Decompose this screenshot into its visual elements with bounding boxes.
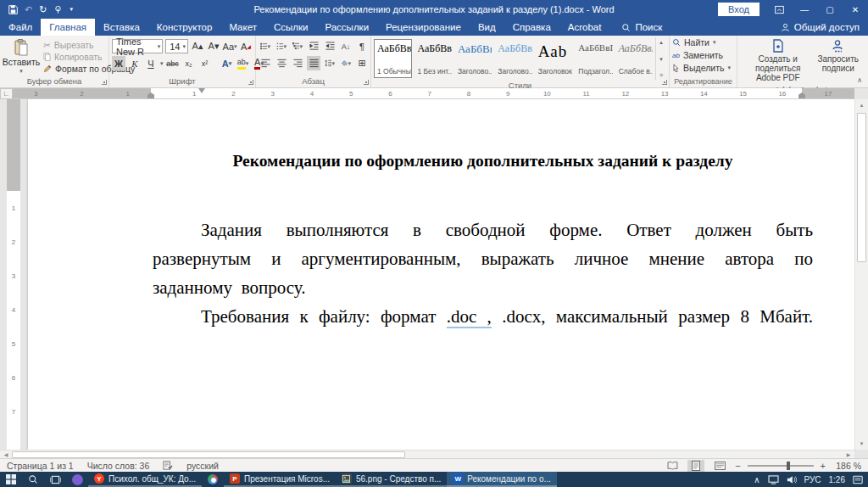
customize-qat-icon[interactable]: ▾	[70, 0, 73, 19]
chrome-icon[interactable]	[202, 472, 224, 487]
underline-button[interactable]: Ч	[144, 56, 158, 70]
tab-mailings[interactable]: Рассылки	[316, 19, 377, 36]
tab-insert[interactable]: Вставка	[95, 19, 148, 36]
document-paragraph[interactable]: Требования к файлу: формат .doc , .docx,…	[153, 302, 813, 331]
notification-center-icon[interactable]	[853, 475, 863, 484]
search-box[interactable]: Поиск	[621, 19, 662, 36]
numbering-button[interactable]: ▾	[275, 39, 288, 53]
highlight-button[interactable]: ab▾	[236, 56, 250, 70]
paste-dropdown-icon[interactable]: ▾	[19, 68, 23, 75]
replace-button[interactable]: ab Заменить	[672, 50, 734, 60]
horizontal-scrollbar-thumb[interactable]	[12, 451, 405, 458]
vertical-scrollbar-thumb[interactable]	[857, 113, 866, 262]
shading-button[interactable]: ▾	[339, 56, 353, 70]
style-subtitle[interactable]: АаБбВвГ Подзагол...	[575, 39, 613, 78]
zoom-out-button[interactable]: −	[735, 461, 740, 471]
pinned-app-icon[interactable]	[66, 472, 88, 487]
paste-button[interactable]: Вставить ▾	[3, 37, 40, 76]
subscript-button[interactable]: x₂	[182, 56, 196, 70]
zoom-level[interactable]: 186 %	[832, 461, 861, 471]
change-case-button[interactable]: Аа▾	[223, 39, 236, 53]
justify-button[interactable]	[307, 56, 320, 70]
task-view-icon[interactable]	[44, 472, 66, 487]
vertical-scrollbar[interactable]: ▴ ▾	[854, 99, 868, 450]
line-spacing-button[interactable]: ▾	[323, 56, 337, 70]
language-indicator[interactable]: русский	[186, 461, 219, 471]
gallery-more-icon[interactable]: ≡	[659, 72, 663, 78]
minimize-button[interactable]: —	[792, 0, 817, 19]
tab-review[interactable]: Рецензирование	[377, 19, 470, 36]
collapse-ribbon-icon[interactable]: ∧	[857, 76, 862, 84]
show-marks-button[interactable]: ¶	[355, 39, 369, 53]
scroll-up-icon[interactable]: ▴	[855, 99, 868, 111]
italic-button[interactable]: К	[128, 56, 142, 70]
decrease-indent-button[interactable]	[307, 39, 320, 53]
scroll-right-icon[interactable]: ▶	[843, 451, 854, 457]
tab-layout[interactable]: Макет	[220, 19, 265, 36]
zoom-in-button[interactable]: +	[821, 461, 826, 471]
tab-acrobat[interactable]: Acrobat	[559, 19, 610, 36]
font-name-combo[interactable]: Times New R ▾	[112, 39, 163, 53]
bold-button[interactable]: Ж	[112, 56, 125, 70]
tab-selector[interactable]: ∟	[0, 88, 13, 99]
document-page[interactable]: Рекомендации по оформлению дополнительны…	[28, 99, 854, 450]
tray-chevron-icon[interactable]: ∧	[754, 475, 760, 484]
multilevel-list-button[interactable]: ▾	[291, 39, 304, 53]
volume-icon[interactable]	[787, 475, 797, 484]
paragraph-dialog-launcher[interactable]	[364, 80, 369, 85]
clear-formatting-button[interactable]: А◢	[239, 39, 253, 53]
sort-button[interactable]: А↓	[339, 39, 353, 53]
taskbar-task-image-viewer[interactable]: 56.png - Средство п...	[336, 472, 447, 487]
vertical-ruler[interactable]: 1234567	[7, 99, 20, 450]
zoom-slider-thumb[interactable]	[787, 462, 790, 470]
tab-home[interactable]: Главная	[41, 19, 95, 36]
borders-button[interactable]: ⊞	[355, 56, 369, 70]
clock[interactable]: 1:26	[829, 475, 845, 484]
bullets-button[interactable]: ▾	[259, 39, 272, 53]
superscript-button[interactable]: x²	[198, 56, 212, 70]
text-effects-button[interactable]: А▾	[220, 56, 234, 70]
scroll-down-icon[interactable]: ▾	[659, 56, 663, 63]
create-pdf-button[interactable]: Создать и поделиться Adobe PDF	[743, 39, 812, 82]
align-right-button[interactable]	[291, 56, 304, 70]
styles-dialog-launcher[interactable]	[662, 80, 667, 85]
maximize-button[interactable]: ▢	[817, 0, 843, 19]
font-size-combo[interactable]: 14 ▾	[165, 39, 188, 53]
taskbar-task-browser[interactable]: Y Психол. общ_УК: До...	[88, 472, 202, 487]
read-mode-icon[interactable]	[664, 460, 681, 472]
align-center-button[interactable]	[275, 56, 288, 70]
tab-help[interactable]: Справка	[504, 19, 559, 36]
style-heading1[interactable]: АаБбВв Заголово...	[454, 39, 492, 78]
sign-in-button[interactable]: Вход	[718, 3, 760, 16]
shrink-font-button[interactable]: А▾	[207, 39, 220, 53]
touch-mode-icon[interactable]	[53, 5, 63, 14]
taskbar-search-icon[interactable]	[22, 472, 44, 487]
close-button[interactable]: ✕	[843, 0, 868, 19]
ribbon-display-options-icon[interactable]	[766, 0, 792, 19]
style-no-spacing[interactable]: АаБбВвГг, 1 Без инт...	[414, 39, 452, 78]
grow-font-button[interactable]: А▴	[191, 39, 204, 53]
web-layout-icon[interactable]	[711, 460, 728, 472]
start-button[interactable]	[0, 472, 22, 487]
tab-references[interactable]: Ссылки	[265, 19, 317, 36]
language-tray[interactable]: РУС	[804, 475, 821, 484]
first-line-indent-marker[interactable]	[198, 88, 205, 93]
document-heading[interactable]: Рекомендации по оформлению дополнительны…	[153, 151, 813, 171]
scroll-up-icon[interactable]: ▴	[659, 39, 663, 46]
word-count[interactable]: Число слов: 36	[87, 461, 150, 471]
save-icon[interactable]	[8, 5, 18, 14]
font-dialog-launcher[interactable]	[248, 80, 253, 85]
underline-dropdown-icon[interactable]: ▾	[160, 60, 164, 67]
strikethrough-button[interactable]: abc	[166, 56, 180, 70]
zoom-slider[interactable]	[748, 465, 814, 467]
undo-icon[interactable]: ↶	[25, 0, 32, 19]
find-button[interactable]: Найти ▾	[672, 37, 734, 48]
horizontal-ruler[interactable]: ∟ 321 12345678910111213141516 17	[0, 88, 868, 99]
style-normal[interactable]: АаБбВвГг, 1 Обычный	[374, 39, 412, 78]
horizontal-scrollbar[interactable]: ◀ ▶	[0, 450, 854, 458]
increase-indent-button[interactable]	[323, 39, 337, 53]
share-button[interactable]: Общий доступ	[781, 19, 860, 36]
document-paragraph[interactable]: Задания выполняются в свободной форме. О…	[153, 216, 813, 302]
style-subtle-emphasis[interactable]: АаБбВвГг, Слабое в...	[615, 39, 654, 78]
select-button[interactable]: Выделить ▾	[672, 63, 734, 73]
